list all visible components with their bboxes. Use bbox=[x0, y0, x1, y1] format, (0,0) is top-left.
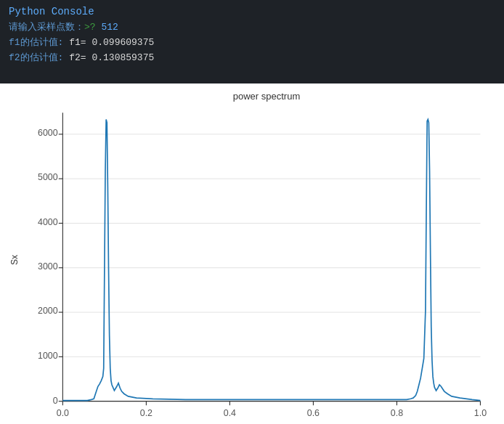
console-line-2: f1的估计值: f1= 0.099609375 bbox=[9, 36, 495, 51]
prompt-label-1: 请输入采样点数： bbox=[9, 22, 84, 33]
console-line-3: f2的估计值: f2= 0.130859375 bbox=[9, 51, 495, 66]
svg-text:2000: 2000 bbox=[38, 306, 58, 316]
svg-container: 0 1000 2000 3000 4000 5000 6000 0.0 0.2 … bbox=[22, 105, 497, 424]
svg-text:0.6: 0.6 bbox=[307, 408, 320, 418]
console-panel: Python Console 请输入采样点数：>? 512 f1的估计值: f1… bbox=[0, 0, 504, 83]
svg-text:3000: 3000 bbox=[38, 261, 58, 272]
prompt-arrow: >? bbox=[84, 22, 101, 33]
svg-text:1.0: 1.0 bbox=[474, 408, 487, 418]
f1-label: f1的估计值: bbox=[9, 37, 69, 48]
svg-text:0.8: 0.8 bbox=[391, 408, 403, 418]
svg-text:0.4: 0.4 bbox=[224, 408, 236, 418]
svg-text:0: 0 bbox=[53, 396, 58, 406]
chart-area: Sx bbox=[7, 105, 497, 424]
svg-text:0.2: 0.2 bbox=[140, 408, 153, 418]
console-line-1: 请输入采样点数：>? 512 bbox=[9, 20, 495, 36]
chart-title: power spectrum bbox=[233, 91, 300, 102]
svg-text:0.0: 0.0 bbox=[57, 408, 69, 418]
svg-text:1000: 1000 bbox=[38, 351, 58, 361]
console-title: Python Console bbox=[9, 6, 495, 17]
f2-value: f2= 0.130859375 bbox=[69, 52, 154, 63]
svg-text:6000: 6000 bbox=[38, 128, 58, 138]
y-label-container: Sx bbox=[7, 105, 22, 416]
chart-with-x: 0 1000 2000 3000 4000 5000 6000 0.0 0.2 … bbox=[22, 105, 497, 424]
f2-label: f2的估计值: bbox=[9, 52, 69, 63]
svg-text:5000: 5000 bbox=[38, 172, 58, 182]
y-axis-label: Sx bbox=[9, 255, 20, 265]
power-spectrum-chart: 0 1000 2000 3000 4000 5000 6000 0.0 0.2 … bbox=[22, 105, 497, 424]
chart-panel: power spectrum Sx bbox=[0, 83, 504, 424]
svg-text:4000: 4000 bbox=[38, 217, 58, 227]
f1-value: f1= 0.099609375 bbox=[69, 37, 154, 48]
prompt-value: 512 bbox=[101, 22, 118, 33]
